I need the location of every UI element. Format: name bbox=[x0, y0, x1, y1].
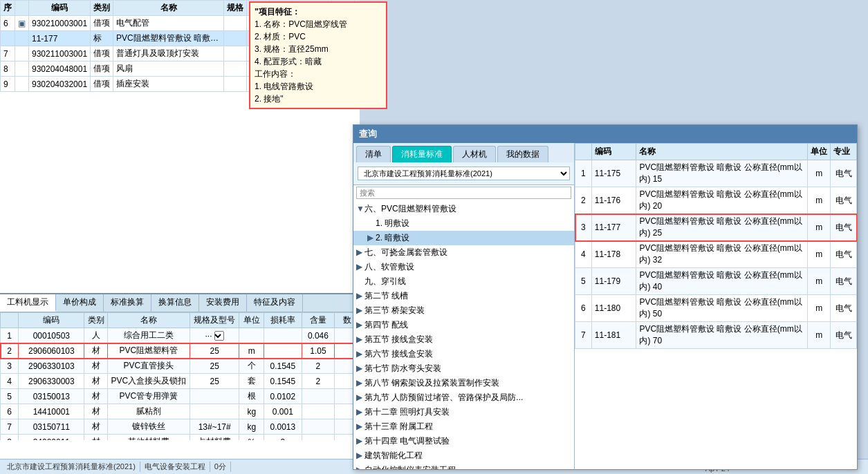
col-code: 编码 bbox=[29, 1, 91, 16]
tab-bottom-installCost[interactable]: 安装费用 bbox=[199, 294, 247, 312]
cell-qty bbox=[302, 404, 335, 419]
cell-icon bbox=[15, 61, 29, 77]
right-table-row[interactable]: 111-175PVC阻燃塑料管敷设 暗敷设 公称直径(mm以内) 15m电气 bbox=[575, 160, 857, 187]
tree-item[interactable]: ▶第八节 钢索架设及拉紧装置制作安装 bbox=[353, 376, 574, 390]
cell-name: 腻粘剂 bbox=[107, 404, 190, 419]
right-table-row[interactable]: 311-177PVC阻燃塑料管敷设 暗敷设 公称直径(mm以内) 25m电气 bbox=[575, 214, 857, 241]
cell-spec: 25 bbox=[190, 359, 239, 374]
tab-bottom-featureContent[interactable]: 特征及内容 bbox=[247, 294, 303, 312]
tree-item[interactable]: ▶建筑智能化工程 bbox=[353, 448, 574, 463]
tree-arrow-icon: ▼ bbox=[356, 204, 364, 214]
tree-item[interactable]: ▶第五节 接线盒安装 bbox=[353, 332, 574, 347]
cell-type: 材 bbox=[84, 435, 107, 441]
tree-item[interactable]: ▶第十二章 照明灯具安装 bbox=[353, 405, 574, 419]
right-table-row[interactable]: 411-178PVC阻燃塑料管敷设 暗敷设 公称直径(mm以内) 32m电气 bbox=[575, 241, 857, 268]
tooltip-line-7: 2. 接地" bbox=[255, 93, 382, 105]
cell-code: 11-176 bbox=[591, 187, 636, 214]
cell-qty bbox=[302, 419, 335, 435]
cell-rate: 0.001 bbox=[264, 404, 302, 419]
cell-spec: 13#~17# bbox=[190, 419, 239, 435]
tab-my-data[interactable]: 我的数据 bbox=[497, 146, 548, 162]
cell-num: 8 bbox=[1, 61, 15, 77]
tree-item[interactable]: ▶七、可挠金属套管敷设 bbox=[353, 245, 574, 260]
tree-item-label: 九、穿引线 bbox=[364, 276, 406, 286]
col-num-right bbox=[575, 144, 592, 160]
cell-unit: kg bbox=[239, 404, 264, 419]
tree-item[interactable]: ▶八、软管敷设 bbox=[353, 260, 574, 274]
cell-unit: m bbox=[808, 295, 831, 322]
status-item-score: 0分 bbox=[210, 462, 231, 472]
cell-code: 2906330003 bbox=[19, 374, 84, 389]
cell-type: 材 bbox=[84, 359, 107, 374]
tooltip-title: "项目特征： bbox=[255, 6, 382, 18]
tree-item-label: 2. 暗敷设 bbox=[376, 233, 409, 243]
tree-item[interactable]: ▶第九节 人防预留过堵管、管路保护及局防... bbox=[353, 390, 574, 405]
tree-item[interactable]: ▶第三节 桥架安装 bbox=[353, 303, 574, 318]
cell-name: 镀锌铁丝 bbox=[107, 419, 190, 435]
tree-item[interactable]: 九、穿引线 bbox=[353, 274, 574, 289]
status-item-standard: 北京市建设工程预算消耗量标准(2021) bbox=[3, 462, 140, 472]
tree-item[interactable]: ▶第十四章 电气调整试验 bbox=[353, 434, 574, 448]
cell-unit: m bbox=[808, 241, 831, 268]
spec-dropdown[interactable]: ▼ bbox=[214, 331, 224, 341]
cell-unit: m bbox=[808, 322, 831, 349]
tree-item[interactable]: ▶自动化控制仪表安装工程 bbox=[353, 463, 574, 469]
cell-type: 借项 bbox=[91, 61, 113, 77]
cell-num: 5 bbox=[575, 268, 592, 295]
cell-type: 材 bbox=[84, 343, 107, 359]
right-table-row[interactable]: 211-176PVC阻燃塑料管敷设 暗敷设 公称直径(mm以内) 20m电气 bbox=[575, 187, 857, 214]
tree-item-label: 第二节 线槽 bbox=[364, 291, 408, 301]
tree-item[interactable]: ▶2. 暗敷设 bbox=[353, 231, 574, 245]
cell-spec bbox=[190, 389, 239, 404]
right-table-row[interactable]: 611-180PVC阻燃塑料管敷设 暗敷设 公称直径(mm以内) 50m电气 bbox=[575, 295, 857, 322]
right-table-row[interactable]: 711-181PVC阻燃塑料管敷设 暗敷设 公称直径(mm以内) 70m电气 bbox=[575, 322, 857, 349]
tab-bottom-unitPrice[interactable]: 单价构成 bbox=[56, 294, 104, 312]
right-table-row[interactable]: 511-179PVC阻燃塑料管敷设 暗敷设 公称直径(mm以内) 40m电气 bbox=[575, 268, 857, 295]
tab-bottom-standardConvert[interactable]: 标准换算 bbox=[104, 294, 151, 312]
tree-item[interactable]: 1. 明敷设 bbox=[353, 216, 574, 231]
tree-item[interactable]: ▶第二节 线槽 bbox=[353, 289, 574, 303]
bottom-table-row[interactable]: 6 14410001 材 腻粘剂 kg 0.001 bbox=[1, 404, 360, 419]
tree-arrow-icon: ▶ bbox=[356, 436, 364, 446]
col-num: 序 bbox=[1, 1, 15, 16]
bottom-table-row[interactable]: 1 00010503 人 综合用工二类 ··· ▼ 0.046 bbox=[1, 328, 360, 343]
tree-item[interactable]: ▶第七节 防水弯头安装 bbox=[353, 361, 574, 376]
tree-item[interactable]: ▶第六节 接线盒安装 bbox=[353, 347, 574, 361]
cell-row-num: 2 bbox=[1, 343, 19, 359]
bottom-table-row[interactable]: 5 03150013 材 PVC管专用弹簧 根 0.0102 bbox=[1, 389, 360, 404]
tab-list[interactable]: 清单 bbox=[356, 146, 391, 162]
col-spec-header: 规格及型号 bbox=[190, 313, 239, 328]
cell-num: 6 bbox=[1, 16, 15, 31]
cell-unit: 个 bbox=[239, 359, 264, 374]
col-unit-header: 单位 bbox=[239, 313, 264, 328]
bottom-table-row-highlighted[interactable]: 2 2906060103 材 PVC阻燃塑料管 25 m 1.05 bbox=[1, 343, 360, 359]
cell-spec: 电气 bbox=[831, 187, 857, 214]
dialog-title: 查询 bbox=[353, 125, 857, 143]
tree-item[interactable]: ▶第四节 配线 bbox=[353, 318, 574, 332]
tree-arrow-icon: ▶ bbox=[356, 320, 364, 330]
cell-type: 人 bbox=[84, 328, 107, 343]
tree-item[interactable]: ▼六、PVC阻燃塑料管敷设 bbox=[353, 202, 574, 216]
cell-rate: 3 bbox=[264, 435, 302, 441]
tab-bottom-convertInfo[interactable]: 换算信息 bbox=[151, 294, 199, 312]
bottom-table-row[interactable]: 3 2906330103 材 PVC直管接头 25 个 0.1545 2 bbox=[1, 359, 360, 374]
cell-rate: 0.0013 bbox=[264, 419, 302, 435]
cell-qty: 1.05 bbox=[302, 343, 335, 359]
tree-item-label: 第十四章 电气调整试验 bbox=[364, 436, 450, 446]
tree-container: ▼六、PVC阻燃塑料管敷设1. 明敷设▶2. 暗敷设▶七、可挠金属套管敷设▶八、… bbox=[353, 200, 574, 469]
cell-type: 标 bbox=[91, 31, 113, 46]
tab-bottom-gongliaojiDisplay[interactable]: 工料机显示 bbox=[0, 294, 56, 312]
tree-item-label: 第三节 桥架安装 bbox=[364, 305, 425, 315]
bottom-table-row[interactable]: 8 34000011 材 其他材料费 占材料费 % 3 bbox=[1, 435, 360, 441]
bottom-table-row[interactable]: 7 03150711 材 镀锌铁丝 13#~17# kg 0.0013 bbox=[1, 419, 360, 435]
tab-labor-material[interactable]: 人材机 bbox=[453, 146, 496, 162]
cell-type: 材 bbox=[84, 389, 107, 404]
standard-dropdown[interactable]: 北京市建设工程预算消耗量标准(2021) bbox=[358, 167, 570, 180]
tree-item[interactable]: ▶第十三章 附属工程 bbox=[353, 419, 574, 434]
bottom-table-row[interactable]: 4 2906330003 材 PVC入盒接头及锁扣 25 套 0.1545 2 bbox=[1, 374, 360, 389]
cell-rate bbox=[264, 343, 302, 359]
bottom-panel: 工料机显示 单价构成 标准换算 换算信息 安装费用 特征及内容 编码 类别 名称… bbox=[0, 293, 360, 459]
search-input[interactable] bbox=[356, 187, 571, 199]
tab-consumption[interactable]: 消耗量标准 bbox=[392, 146, 452, 162]
cell-qty: 2 bbox=[302, 359, 335, 374]
